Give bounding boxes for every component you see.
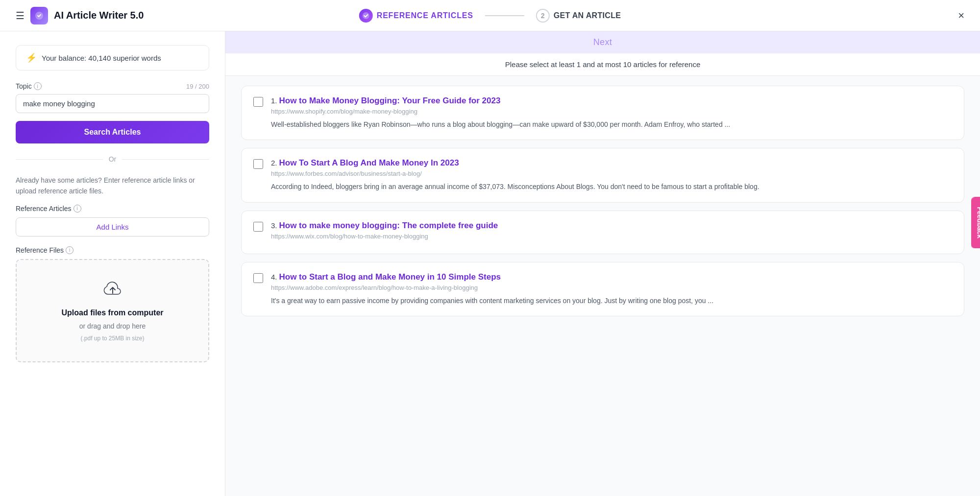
search-articles-button[interactable]: Search Articles <box>16 121 209 143</box>
article-1-title[interactable]: How to Make Money Blogging: Your Free Gu… <box>279 96 501 105</box>
topic-label: Topic i <box>16 82 42 90</box>
article-2-url: https://www.forbes.com/advisor/business/… <box>271 170 952 177</box>
header: ☰ AI Article Writer 5.0 REFERENCE ARTICL… <box>0 0 980 31</box>
next-button[interactable]: Next <box>593 37 612 47</box>
header-left: ☰ AI Article Writer 5.0 <box>16 7 144 24</box>
article-2-title-line: 2.How To Start A Blog And Make Money In … <box>271 158 952 168</box>
article-card: 3.How to make money blogging: The comple… <box>241 211 964 254</box>
article-card: 2.How To Start A Blog And Make Money In … <box>241 148 964 202</box>
articles-list: 1.How to Make Money Blogging: Your Free … <box>225 76 980 496</box>
article-card: 1.How to Make Money Blogging: Your Free … <box>241 86 964 140</box>
article-4-title[interactable]: How to Start a Blog and Make Money in 10… <box>279 272 501 282</box>
lightning-icon: ⚡ <box>26 52 37 63</box>
or-divider: Or <box>16 155 209 163</box>
upload-hint: (.pdf up to 25MB in size) <box>80 335 144 342</box>
article-3-title[interactable]: How to make money blogging: The complete… <box>279 221 498 230</box>
ref-articles-info-icon[interactable]: i <box>74 205 81 213</box>
sidebar: ⚡ Your balance: 40,140 superior words To… <box>0 31 225 496</box>
step1-label: REFERENCE ARTICLES <box>377 11 473 20</box>
article-2-num: 2. <box>271 159 277 167</box>
step-1: REFERENCE ARTICLES <box>359 9 473 23</box>
article-4-url: https://www.adobe.com/express/learn/blog… <box>271 284 952 291</box>
header-right: × <box>958 9 964 22</box>
article-1-content: 1.How to Make Money Blogging: Your Free … <box>271 96 952 130</box>
app-title: AI Article Writer 5.0 <box>54 10 144 21</box>
ref-articles-label: Reference Articles i <box>16 205 209 213</box>
next-bar: Next <box>225 31 980 53</box>
article-1-title-line: 1.How to Make Money Blogging: Your Free … <box>271 96 952 106</box>
right-panel: Next Please select at least 1 and at mos… <box>225 31 980 496</box>
article-4-desc: It's a great way to earn passive income … <box>271 295 952 306</box>
article-card: 4.How to Start a Blog and Make Money in … <box>241 262 964 316</box>
upload-title: Upload files from computer <box>61 308 163 317</box>
upload-description: Already have some articles? Enter refere… <box>16 175 209 197</box>
article-2-content: 2.How To Start A Blog And Make Money In … <box>271 158 952 192</box>
step-2: 2 GET AN ARTICLE <box>536 9 621 23</box>
logo-icon <box>30 7 48 24</box>
main-layout: ⚡ Your balance: 40,140 superior words To… <box>0 31 980 496</box>
instruction-text: Please select at least 1 and at most 10 … <box>225 53 980 76</box>
article-2-checkbox[interactable] <box>253 159 263 169</box>
feedback-tab[interactable]: Feedback <box>971 197 980 248</box>
balance-text: Your balance: 40,140 superior words <box>42 54 161 62</box>
header-steps: REFERENCE ARTICLES 2 GET AN ARTICLE <box>359 9 621 23</box>
article-1-checkbox[interactable] <box>253 97 263 107</box>
article-1-url: https://www.shopify.com/blog/make-money-… <box>271 108 952 115</box>
upload-sub: or drag and drop here <box>79 322 146 330</box>
svg-point-1 <box>363 12 369 19</box>
step2-num: 2 <box>536 9 550 23</box>
article-3-num: 3. <box>271 221 277 230</box>
article-1-desc: Well-established bloggers like Ryan Robi… <box>271 119 952 130</box>
article-2-desc: According to Indeed, bloggers bring in a… <box>271 181 952 192</box>
ref-files-label: Reference Files i <box>16 246 209 254</box>
article-4-content: 4.How to Start a Blog and Make Money in … <box>271 272 952 306</box>
topic-char-count: 19 / 200 <box>186 83 209 90</box>
article-3-checkbox[interactable] <box>253 222 263 232</box>
article-3-title-line: 3.How to make money blogging: The comple… <box>271 221 952 231</box>
step2-label: GET AN ARTICLE <box>554 11 621 20</box>
article-1-num: 1. <box>271 96 277 105</box>
topic-field-header: Topic i 19 / 200 <box>16 82 209 90</box>
upload-cloud-icon <box>103 280 122 304</box>
ref-files-info-icon[interactable]: i <box>66 246 74 254</box>
article-2-title[interactable]: How To Start A Blog And Make Money In 20… <box>279 158 459 167</box>
topic-info-icon[interactable]: i <box>34 82 42 90</box>
step1-icon <box>359 9 373 23</box>
article-4-num: 4. <box>271 273 277 281</box>
article-3-url: https://www.wix.com/blog/how-to-make-mon… <box>271 233 952 240</box>
article-4-title-line: 4.How to Start a Blog and Make Money in … <box>271 272 952 282</box>
article-4-checkbox[interactable] <box>253 273 263 283</box>
balance-box: ⚡ Your balance: 40,140 superior words <box>16 45 209 71</box>
article-3-content: 3.How to make money blogging: The comple… <box>271 221 952 244</box>
step-divider <box>485 15 524 16</box>
close-icon[interactable]: × <box>958 9 964 22</box>
upload-box[interactable]: Upload files from computer or drag and d… <box>16 259 209 362</box>
topic-input[interactable] <box>16 94 209 113</box>
add-links-button[interactable]: Add Links <box>16 217 209 236</box>
menu-icon[interactable]: ☰ <box>16 10 24 22</box>
